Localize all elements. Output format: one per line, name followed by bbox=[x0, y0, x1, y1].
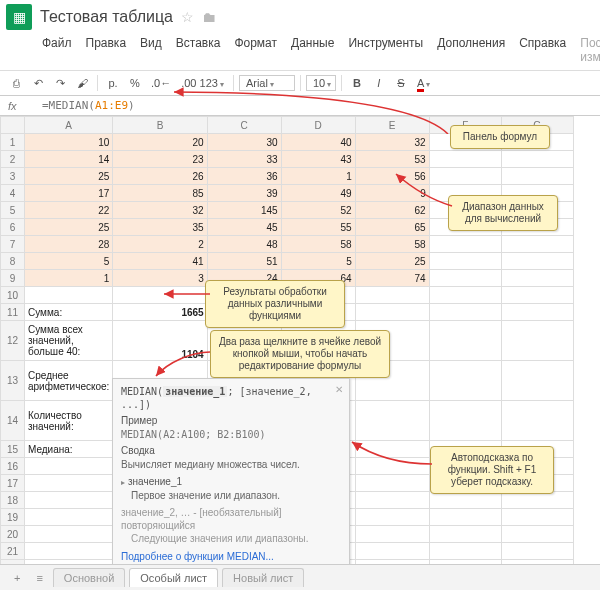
cell-E6[interactable]: 65 bbox=[355, 219, 429, 236]
menu-addons[interactable]: Дополнения bbox=[437, 36, 505, 64]
text-color-button[interactable]: A▾ bbox=[413, 75, 434, 91]
font-select[interactable]: Arial▾ bbox=[239, 75, 295, 91]
decrease-decimal-button[interactable]: .0← bbox=[147, 75, 175, 91]
cell-D7[interactable]: 58 bbox=[281, 236, 355, 253]
cell-A7[interactable]: 28 bbox=[25, 236, 113, 253]
cell-C7[interactable]: 48 bbox=[207, 236, 281, 253]
cell-G7[interactable] bbox=[501, 236, 573, 253]
cell-A15[interactable]: Медиана: bbox=[25, 441, 113, 458]
cell-F2[interactable] bbox=[429, 151, 501, 168]
row-header-2[interactable]: 2 bbox=[1, 151, 25, 168]
add-sheet-button[interactable]: + bbox=[8, 569, 26, 587]
cell-C5[interactable]: 145 bbox=[207, 202, 281, 219]
row-header-7[interactable]: 7 bbox=[1, 236, 25, 253]
italic-button[interactable]: I bbox=[369, 75, 389, 91]
col-header-C[interactable]: C bbox=[207, 117, 281, 134]
strike-button[interactable]: S bbox=[391, 75, 411, 91]
undo-icon[interactable]: ↶ bbox=[28, 75, 48, 92]
cell-D3[interactable]: 1 bbox=[281, 168, 355, 185]
cell-B4[interactable]: 85 bbox=[113, 185, 207, 202]
col-header-A[interactable]: A bbox=[25, 117, 113, 134]
cell-B6[interactable]: 35 bbox=[113, 219, 207, 236]
cell-C4[interactable]: 39 bbox=[207, 185, 281, 202]
cell-C3[interactable]: 36 bbox=[207, 168, 281, 185]
cell-A2[interactable]: 14 bbox=[25, 151, 113, 168]
folder-icon[interactable]: 🖿 bbox=[202, 9, 216, 25]
increase-decimal-button[interactable]: .00 123▾ bbox=[177, 75, 228, 91]
col-header-B[interactable]: B bbox=[113, 117, 207, 134]
menu-file[interactable]: Файл bbox=[42, 36, 72, 64]
cell-E2[interactable]: 53 bbox=[355, 151, 429, 168]
cell-F9[interactable] bbox=[429, 270, 501, 287]
tab-main[interactable]: Основной bbox=[53, 568, 125, 587]
cell-B9[interactable]: 3 bbox=[113, 270, 207, 287]
cell-E3[interactable]: 56 bbox=[355, 168, 429, 185]
cell-D4[interactable]: 49 bbox=[281, 185, 355, 202]
bold-button[interactable]: B bbox=[347, 75, 367, 91]
tab-new[interactable]: Новый лист bbox=[222, 568, 304, 587]
cell-A14[interactable]: Количество значений: bbox=[25, 401, 113, 441]
cell-E1[interactable]: 32 bbox=[355, 134, 429, 151]
menu-insert[interactable]: Вставка bbox=[176, 36, 221, 64]
cell-A3[interactable]: 25 bbox=[25, 168, 113, 185]
font-size-select[interactable]: 10▾ bbox=[306, 75, 336, 91]
row-header-1[interactable]: 1 bbox=[1, 134, 25, 151]
row-header-6[interactable]: 6 bbox=[1, 219, 25, 236]
formula-bar[interactable]: =MEDIAN(A1:E9) bbox=[36, 99, 135, 112]
cell-D5[interactable]: 52 bbox=[281, 202, 355, 219]
cell-C2[interactable]: 33 bbox=[207, 151, 281, 168]
cell-B7[interactable]: 2 bbox=[113, 236, 207, 253]
close-icon[interactable]: ✕ bbox=[335, 383, 343, 396]
print-icon[interactable]: ⎙ bbox=[6, 75, 26, 91]
star-icon[interactable]: ☆ bbox=[181, 9, 194, 25]
menu-format[interactable]: Формат bbox=[234, 36, 277, 64]
cell-G3[interactable] bbox=[501, 168, 573, 185]
cell-E8[interactable]: 25 bbox=[355, 253, 429, 270]
cell-D8[interactable]: 5 bbox=[281, 253, 355, 270]
cell-A6[interactable]: 25 bbox=[25, 219, 113, 236]
currency-button[interactable]: р. bbox=[103, 75, 123, 91]
menu-edit[interactable]: Правка bbox=[86, 36, 127, 64]
tab-special[interactable]: Особый лист bbox=[129, 568, 218, 587]
cell-D1[interactable]: 40 bbox=[281, 134, 355, 151]
percent-button[interactable]: % bbox=[125, 75, 145, 91]
cell-A1[interactable]: 10 bbox=[25, 134, 113, 151]
row-header-8[interactable]: 8 bbox=[1, 253, 25, 270]
cell-B3[interactable]: 26 bbox=[113, 168, 207, 185]
paint-format-icon[interactable]: 🖌 bbox=[72, 75, 92, 91]
cell-E4[interactable]: 9 bbox=[355, 185, 429, 202]
cell-B1[interactable]: 20 bbox=[113, 134, 207, 151]
menu-tools[interactable]: Инструменты bbox=[348, 36, 423, 64]
cell-A5[interactable]: 22 bbox=[25, 202, 113, 219]
cell-A9[interactable]: 1 bbox=[25, 270, 113, 287]
row-header-3[interactable]: 3 bbox=[1, 168, 25, 185]
cell-B8[interactable]: 41 bbox=[113, 253, 207, 270]
cell-D2[interactable]: 43 bbox=[281, 151, 355, 168]
cell-B12[interactable]: 1104 bbox=[113, 321, 207, 361]
menu-view[interactable]: Вид bbox=[140, 36, 162, 64]
cell-G2[interactable] bbox=[501, 151, 573, 168]
row-header-5[interactable]: 5 bbox=[1, 202, 25, 219]
all-sheets-button[interactable]: ≡ bbox=[30, 569, 48, 587]
cell-C1[interactable]: 30 bbox=[207, 134, 281, 151]
cell-F3[interactable] bbox=[429, 168, 501, 185]
cell-A12[interactable]: Сумма всех значений, больше 40: bbox=[25, 321, 113, 361]
cell-C8[interactable]: 51 bbox=[207, 253, 281, 270]
cell-A8[interactable]: 5 bbox=[25, 253, 113, 270]
cell-F8[interactable] bbox=[429, 253, 501, 270]
cell-D6[interactable]: 55 bbox=[281, 219, 355, 236]
cell-A11[interactable]: Сумма: bbox=[25, 304, 113, 321]
cell-B2[interactable]: 23 bbox=[113, 151, 207, 168]
cell-A4[interactable]: 17 bbox=[25, 185, 113, 202]
cell-A13[interactable]: Среднее арифметическое: bbox=[25, 361, 113, 401]
cell-G9[interactable] bbox=[501, 270, 573, 287]
median-help-link[interactable]: Подробнее о функции MEDIAN... bbox=[121, 551, 274, 562]
cell-E9[interactable]: 74 bbox=[355, 270, 429, 287]
cell-F7[interactable] bbox=[429, 236, 501, 253]
col-header-E[interactable]: E bbox=[355, 117, 429, 134]
cell-E5[interactable]: 62 bbox=[355, 202, 429, 219]
redo-icon[interactable]: ↷ bbox=[50, 75, 70, 92]
cell-C6[interactable]: 45 bbox=[207, 219, 281, 236]
col-header-D[interactable]: D bbox=[281, 117, 355, 134]
row-header-4[interactable]: 4 bbox=[1, 185, 25, 202]
